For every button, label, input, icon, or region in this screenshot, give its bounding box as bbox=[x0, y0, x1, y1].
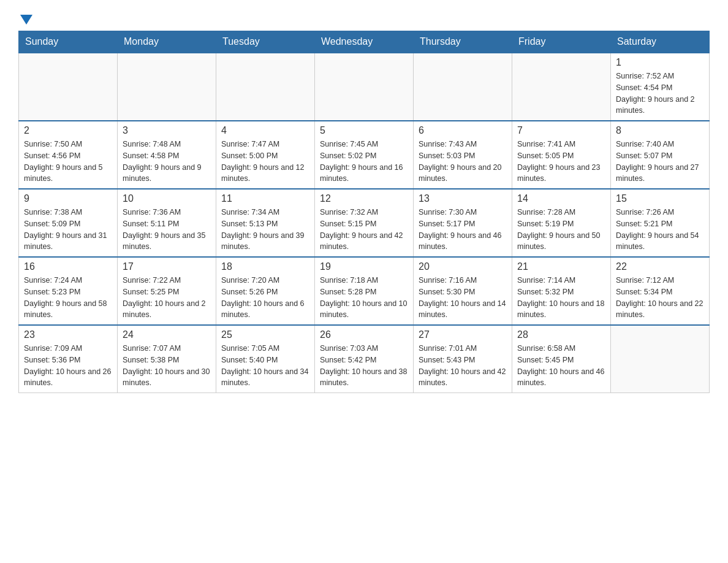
day-info: Sunrise: 7:12 AMSunset: 5:34 PMDaylight:… bbox=[616, 275, 704, 321]
day-number: 5 bbox=[320, 125, 408, 136]
day-info: Sunrise: 7:47 AMSunset: 5:00 PMDaylight:… bbox=[221, 139, 309, 185]
weekday-header-tuesday: Tuesday bbox=[216, 31, 315, 53]
weekday-header-row: SundayMondayTuesdayWednesdayThursdayFrid… bbox=[19, 31, 710, 53]
day-number: 17 bbox=[123, 261, 211, 272]
day-info: Sunrise: 7:50 AMSunset: 4:56 PMDaylight:… bbox=[24, 139, 112, 185]
calendar-cell: 20Sunrise: 7:16 AMSunset: 5:30 PMDayligh… bbox=[414, 257, 512, 325]
calendar-cell: 25Sunrise: 7:05 AMSunset: 5:40 PMDayligh… bbox=[216, 325, 315, 393]
weekday-header-monday: Monday bbox=[118, 31, 216, 53]
day-info: Sunrise: 7:43 AMSunset: 5:03 PMDaylight:… bbox=[419, 139, 507, 185]
day-number: 20 bbox=[419, 261, 507, 272]
calendar-cell: 28Sunrise: 6:58 AMSunset: 5:45 PMDayligh… bbox=[512, 325, 611, 393]
calendar-cell: 9Sunrise: 7:38 AMSunset: 5:09 PMDaylight… bbox=[19, 189, 118, 257]
calendar-cell: 1Sunrise: 7:52 AMSunset: 4:54 PMDaylight… bbox=[611, 53, 710, 121]
day-number: 8 bbox=[616, 125, 704, 136]
day-info: Sunrise: 7:03 AMSunset: 5:42 PMDaylight:… bbox=[320, 343, 408, 389]
calendar-cell: 4Sunrise: 7:47 AMSunset: 5:00 PMDaylight… bbox=[216, 121, 315, 189]
day-number: 23 bbox=[24, 329, 112, 340]
weekday-header-wednesday: Wednesday bbox=[315, 31, 414, 53]
day-number: 21 bbox=[517, 261, 605, 272]
day-info: Sunrise: 7:20 AMSunset: 5:26 PMDaylight:… bbox=[221, 275, 309, 321]
logo bbox=[18, 12, 32, 25]
calendar-cell: 26Sunrise: 7:03 AMSunset: 5:42 PMDayligh… bbox=[315, 325, 414, 393]
day-info: Sunrise: 7:07 AMSunset: 5:38 PMDaylight:… bbox=[123, 343, 211, 389]
page-header bbox=[18, 12, 710, 25]
day-number: 2 bbox=[24, 125, 112, 136]
calendar-cell: 19Sunrise: 7:18 AMSunset: 5:28 PMDayligh… bbox=[315, 257, 414, 325]
day-number: 15 bbox=[616, 193, 704, 204]
calendar-cell: 22Sunrise: 7:12 AMSunset: 5:34 PMDayligh… bbox=[611, 257, 710, 325]
day-number: 16 bbox=[24, 261, 112, 272]
calendar-cell: 6Sunrise: 7:43 AMSunset: 5:03 PMDaylight… bbox=[414, 121, 512, 189]
day-number: 11 bbox=[221, 193, 309, 204]
day-info: Sunrise: 7:32 AMSunset: 5:15 PMDaylight:… bbox=[320, 207, 408, 253]
day-info: Sunrise: 7:48 AMSunset: 4:58 PMDaylight:… bbox=[123, 139, 211, 185]
day-info: Sunrise: 7:26 AMSunset: 5:21 PMDaylight:… bbox=[616, 207, 704, 253]
day-number: 22 bbox=[616, 261, 704, 272]
day-number: 19 bbox=[320, 261, 408, 272]
calendar-cell: 21Sunrise: 7:14 AMSunset: 5:32 PMDayligh… bbox=[512, 257, 611, 325]
calendar-cell bbox=[611, 325, 710, 393]
day-info: Sunrise: 7:45 AMSunset: 5:02 PMDaylight:… bbox=[320, 139, 408, 185]
day-number: 26 bbox=[320, 329, 408, 340]
calendar-table: SundayMondayTuesdayWednesdayThursdayFrid… bbox=[18, 31, 710, 393]
calendar-cell: 24Sunrise: 7:07 AMSunset: 5:38 PMDayligh… bbox=[118, 325, 216, 393]
calendar-week-row: 23Sunrise: 7:09 AMSunset: 5:36 PMDayligh… bbox=[19, 325, 710, 393]
day-info: Sunrise: 7:16 AMSunset: 5:30 PMDaylight:… bbox=[419, 275, 507, 321]
calendar-cell bbox=[315, 53, 414, 121]
calendar-cell: 5Sunrise: 7:45 AMSunset: 5:02 PMDaylight… bbox=[315, 121, 414, 189]
calendar-cell: 13Sunrise: 7:30 AMSunset: 5:17 PMDayligh… bbox=[414, 189, 512, 257]
day-number: 6 bbox=[419, 125, 507, 136]
calendar-cell bbox=[414, 53, 512, 121]
calendar-cell: 18Sunrise: 7:20 AMSunset: 5:26 PMDayligh… bbox=[216, 257, 315, 325]
calendar-cell: 11Sunrise: 7:34 AMSunset: 5:13 PMDayligh… bbox=[216, 189, 315, 257]
day-info: Sunrise: 7:09 AMSunset: 5:36 PMDaylight:… bbox=[24, 343, 112, 389]
calendar-cell: 16Sunrise: 7:24 AMSunset: 5:23 PMDayligh… bbox=[19, 257, 118, 325]
calendar-cell: 27Sunrise: 7:01 AMSunset: 5:43 PMDayligh… bbox=[414, 325, 512, 393]
calendar-cell bbox=[118, 53, 216, 121]
calendar-week-row: 2Sunrise: 7:50 AMSunset: 4:56 PMDaylight… bbox=[19, 121, 710, 189]
calendar-cell: 8Sunrise: 7:40 AMSunset: 5:07 PMDaylight… bbox=[611, 121, 710, 189]
day-number: 24 bbox=[123, 329, 211, 340]
day-info: Sunrise: 7:30 AMSunset: 5:17 PMDaylight:… bbox=[419, 207, 507, 253]
calendar-week-row: 1Sunrise: 7:52 AMSunset: 4:54 PMDaylight… bbox=[19, 53, 710, 121]
day-info: Sunrise: 7:40 AMSunset: 5:07 PMDaylight:… bbox=[616, 139, 704, 185]
calendar-cell: 14Sunrise: 7:28 AMSunset: 5:19 PMDayligh… bbox=[512, 189, 611, 257]
weekday-header-saturday: Saturday bbox=[611, 31, 710, 53]
day-info: Sunrise: 7:05 AMSunset: 5:40 PMDaylight:… bbox=[221, 343, 309, 389]
calendar-cell: 3Sunrise: 7:48 AMSunset: 4:58 PMDaylight… bbox=[118, 121, 216, 189]
day-info: Sunrise: 7:41 AMSunset: 5:05 PMDaylight:… bbox=[517, 139, 605, 185]
day-number: 28 bbox=[517, 329, 605, 340]
day-number: 13 bbox=[419, 193, 507, 204]
calendar-cell: 17Sunrise: 7:22 AMSunset: 5:25 PMDayligh… bbox=[118, 257, 216, 325]
logo-triangle-icon bbox=[20, 15, 32, 25]
day-number: 9 bbox=[24, 193, 112, 204]
day-number: 4 bbox=[221, 125, 309, 136]
calendar-cell bbox=[216, 53, 315, 121]
day-info: Sunrise: 7:18 AMSunset: 5:28 PMDaylight:… bbox=[320, 275, 408, 321]
calendar-week-row: 16Sunrise: 7:24 AMSunset: 5:23 PMDayligh… bbox=[19, 257, 710, 325]
day-info: Sunrise: 6:58 AMSunset: 5:45 PMDaylight:… bbox=[517, 343, 605, 389]
weekday-header-thursday: Thursday bbox=[414, 31, 512, 53]
calendar-cell: 12Sunrise: 7:32 AMSunset: 5:15 PMDayligh… bbox=[315, 189, 414, 257]
day-info: Sunrise: 7:14 AMSunset: 5:32 PMDaylight:… bbox=[517, 275, 605, 321]
day-info: Sunrise: 7:36 AMSunset: 5:11 PMDaylight:… bbox=[123, 207, 211, 253]
day-info: Sunrise: 7:22 AMSunset: 5:25 PMDaylight:… bbox=[123, 275, 211, 321]
day-number: 27 bbox=[419, 329, 507, 340]
day-number: 7 bbox=[517, 125, 605, 136]
calendar-cell: 15Sunrise: 7:26 AMSunset: 5:21 PMDayligh… bbox=[611, 189, 710, 257]
calendar-week-row: 9Sunrise: 7:38 AMSunset: 5:09 PMDaylight… bbox=[19, 189, 710, 257]
day-number: 10 bbox=[123, 193, 211, 204]
calendar-cell: 10Sunrise: 7:36 AMSunset: 5:11 PMDayligh… bbox=[118, 189, 216, 257]
calendar-cell bbox=[512, 53, 611, 121]
calendar-cell: 7Sunrise: 7:41 AMSunset: 5:05 PMDaylight… bbox=[512, 121, 611, 189]
day-info: Sunrise: 7:52 AMSunset: 4:54 PMDaylight:… bbox=[616, 71, 704, 117]
day-number: 12 bbox=[320, 193, 408, 204]
day-number: 18 bbox=[221, 261, 309, 272]
day-info: Sunrise: 7:01 AMSunset: 5:43 PMDaylight:… bbox=[419, 343, 507, 389]
calendar-cell bbox=[19, 53, 118, 121]
day-number: 25 bbox=[221, 329, 309, 340]
day-number: 14 bbox=[517, 193, 605, 204]
day-info: Sunrise: 7:34 AMSunset: 5:13 PMDaylight:… bbox=[221, 207, 309, 253]
day-number: 3 bbox=[123, 125, 211, 136]
